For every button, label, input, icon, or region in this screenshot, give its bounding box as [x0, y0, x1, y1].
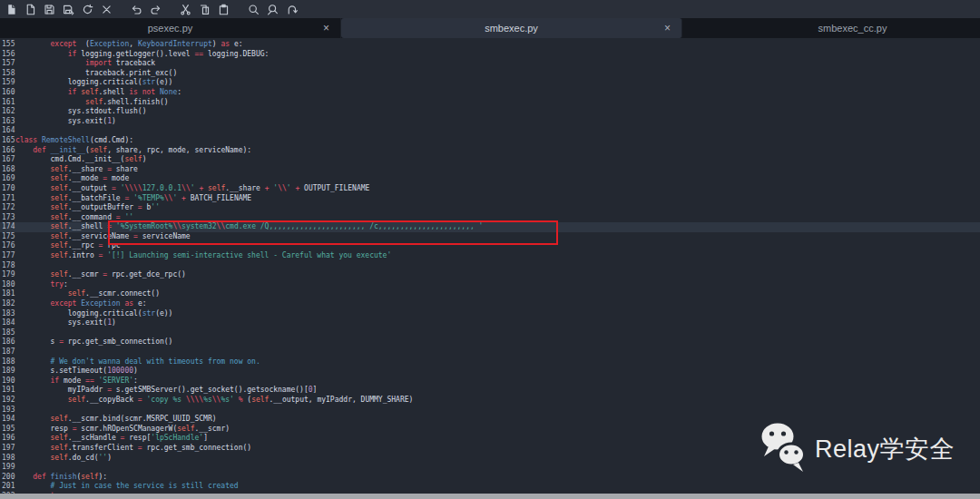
- tab-psexec.py[interactable]: psexec.py×: [0, 18, 341, 38]
- code-text: myIPaddr = s.getSMBServer().get_socket()…: [15, 386, 317, 396]
- close-icon[interactable]: [100, 2, 113, 16]
- line-number: 169: [0, 174, 15, 184]
- code-text: self.transferClient = rpc.get_smb_connec…: [15, 444, 251, 454]
- code-line[interactable]: 186 s = rpc.get_smb_connection(): [0, 338, 980, 347]
- tab-smbexec_cc.py[interactable]: smbexec_cc.py: [682, 18, 980, 38]
- code-line[interactable]: 191 myIPaddr = s.getSMBServer().get_sock…: [0, 386, 980, 396]
- code-line[interactable]: 178: [0, 261, 980, 271]
- code-line[interactable]: 161 self.shell.finish(): [0, 98, 980, 108]
- line-number: 155: [0, 40, 15, 50]
- code-line[interactable]: 185: [0, 328, 980, 338]
- undo-icon[interactable]: [130, 2, 143, 16]
- code-line[interactable]: 157 import traceback: [0, 59, 980, 69]
- code-text: except Exception as e:: [15, 299, 147, 309]
- cut-icon[interactable]: [179, 2, 192, 16]
- find-next-icon[interactable]: [285, 2, 299, 16]
- code-line[interactable]: 201 # Just in case the service is still …: [0, 482, 980, 492]
- code-text: self.__share = share: [15, 165, 138, 175]
- code-text: def __init__(self, share, rpc, mode, ser…: [15, 146, 251, 156]
- bottom-window-edge: [0, 494, 980, 499]
- line-number: 199: [0, 463, 15, 473]
- code-line[interactable]: 162 sys.stdout.flush(): [0, 107, 980, 117]
- line-number: 164: [0, 126, 15, 136]
- line-number: 167: [0, 155, 15, 165]
- tab-smbexec.py[interactable]: smbexec.py×: [341, 18, 682, 38]
- line-number: 191: [0, 386, 15, 396]
- code-line[interactable]: 159 logging.critical(str(e)): [0, 78, 980, 88]
- line-number: 171: [0, 194, 15, 204]
- copy-icon[interactable]: [198, 2, 211, 16]
- code-line[interactable]: 182 except Exception as e:: [0, 299, 980, 309]
- tab-label: smbexec_cc.py: [818, 23, 887, 34]
- code-text: try:: [15, 280, 68, 290]
- tab-label: psexec.py: [148, 23, 193, 34]
- line-number: 195: [0, 425, 15, 435]
- save-icon[interactable]: [43, 2, 56, 16]
- code-line[interactable]: 183 logging.critical(str(e)): [0, 309, 980, 319]
- code-line[interactable]: 181 self.__scmr.connect(): [0, 289, 980, 299]
- code-line[interactable]: 167 cmd.Cmd.__init__(self): [0, 155, 980, 165]
- code-line[interactable]: 173 self.__command = '': [0, 213, 980, 223]
- revert-icon[interactable]: [81, 2, 94, 16]
- tab-close-icon[interactable]: ×: [664, 23, 671, 34]
- code-text: self.__serviceName = serviceName: [15, 232, 191, 242]
- line-number: 185: [0, 328, 15, 338]
- line-number: 174: [0, 222, 15, 232]
- line-number: 161: [0, 98, 15, 108]
- new-file-icon[interactable]: [5, 2, 18, 16]
- line-number: 165: [0, 136, 15, 146]
- code-line[interactable]: 189 s.setTimeout(100000): [0, 367, 980, 377]
- line-number: 178: [0, 261, 15, 271]
- paste-icon[interactable]: [217, 2, 230, 16]
- line-number: 177: [0, 251, 15, 261]
- code-line[interactable]: 187: [0, 347, 980, 357]
- code-line[interactable]: 190 if mode == 'SERVER':: [0, 377, 980, 386]
- line-number: 162: [0, 107, 15, 117]
- find-replace-icon[interactable]: [266, 2, 279, 16]
- code-line[interactable]: 166 def __init__(self, share, rpc, mode,…: [0, 146, 980, 156]
- code-line[interactable]: 176 self.__rpc = rpc: [0, 241, 980, 251]
- line-number: 160: [0, 88, 15, 98]
- line-number: 180: [0, 280, 15, 290]
- line-number: 166: [0, 146, 15, 156]
- line-number: 179: [0, 270, 15, 280]
- code-line[interactable]: 169 self.__mode = mode: [0, 174, 980, 184]
- code-line[interactable]: 177 self.intro = '[!] Launching semi-int…: [0, 251, 980, 261]
- code-line[interactable]: 175 self.__serviceName = serviceName: [0, 232, 980, 242]
- code-line[interactable]: 193: [0, 406, 980, 416]
- code-text: self.__copyBack = 'copy %s \\\\%s\\%s' %…: [15, 396, 413, 406]
- tab-close-icon[interactable]: ×: [323, 23, 329, 34]
- redo-icon[interactable]: [149, 2, 162, 16]
- code-text: s.setTimeout(100000): [15, 367, 138, 377]
- code-line[interactable]: 188 # We don't wanna deal with timeouts …: [0, 357, 980, 367]
- line-number: 187: [0, 347, 15, 357]
- line-number: 188: [0, 357, 15, 367]
- code-line[interactable]: 168 self.__share = share: [0, 165, 980, 175]
- code-line[interactable]: 158 traceback.print_exc(): [0, 69, 980, 79]
- code-line[interactable]: 156 if logging.getLogger().level == logg…: [0, 50, 980, 60]
- save-as-icon[interactable]: [62, 2, 75, 16]
- code-line[interactable]: 180 try:: [0, 280, 980, 290]
- line-number: 189: [0, 367, 15, 377]
- line-number: 186: [0, 338, 15, 347]
- code-line[interactable]: 170 self.__output = '\\\\127.0.0.1\\' + …: [0, 184, 980, 194]
- code-line[interactable]: 184 sys.exit(1): [0, 318, 980, 328]
- code-line[interactable]: 160 if self.shell is not None:: [0, 88, 980, 98]
- line-number: 198: [0, 454, 15, 464]
- code-line[interactable]: 171 self.__batchFile = '%TEMP%\\' + BATC…: [0, 194, 980, 204]
- tab-bar: psexec.py×smbexec.py×smbexec_cc.py: [0, 18, 980, 38]
- code-line[interactable]: 192 self.__copyBack = 'copy %s \\\\%s\\%…: [0, 396, 980, 406]
- code-line[interactable]: 155 except (Exception, KeyboardInterrupt…: [0, 40, 980, 50]
- code-line[interactable]: 163 sys.exit(1): [0, 117, 980, 127]
- code-line[interactable]: 179 self.__scmr = rpc.get_dce_rpc(): [0, 270, 980, 280]
- code-text: except (Exception, KeyboardInterrupt) as…: [15, 40, 243, 50]
- tab-label: smbexec.py: [485, 23, 538, 34]
- code-line[interactable]: 174 self.__shell = '%SystemRoot%\\system…: [0, 222, 980, 232]
- find-icon[interactable]: [247, 2, 260, 16]
- code-line[interactable]: 164: [0, 126, 980, 136]
- code-text: logging.critical(str(e)): [15, 78, 172, 88]
- code-line[interactable]: 172 self.__outputBuffer = b'': [0, 203, 980, 213]
- code-line[interactable]: 165class RemoteShell(cmd.Cmd):: [0, 136, 980, 146]
- code-text: self.__batchFile = '%TEMP%\\' + BATCH_FI…: [15, 194, 251, 204]
- open-file-icon[interactable]: [24, 2, 37, 16]
